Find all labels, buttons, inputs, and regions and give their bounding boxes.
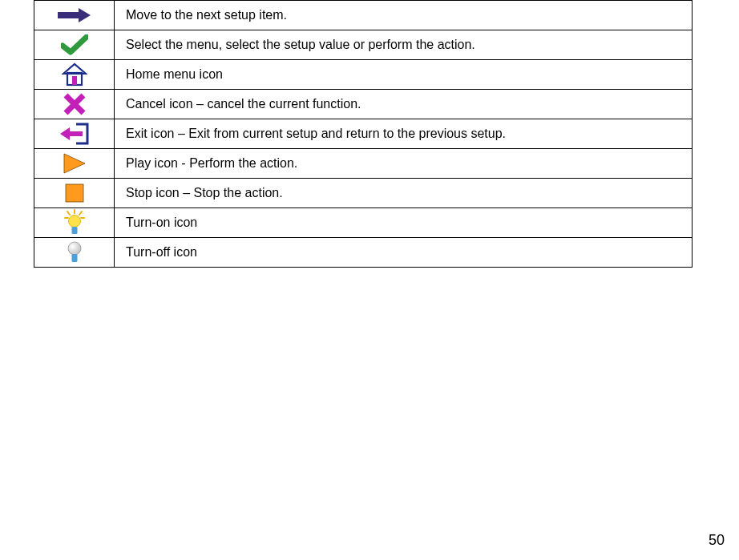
description-cell: Turn-off icon: [115, 238, 693, 268]
svg-marker-8: [64, 154, 85, 173]
cancel-x-icon: [34, 93, 114, 115]
description-cell: Home menu icon: [115, 60, 693, 90]
svg-point-17: [68, 242, 81, 255]
description-cell: Select the menu, select the setup value …: [115, 30, 693, 60]
icon-cell: [34, 1, 115, 30]
icon-cell: [34, 60, 115, 90]
table-row: Play icon - Perform the action.: [34, 149, 693, 179]
icon-cell: [34, 179, 115, 208]
description-cell: Exit icon – Exit from current setup and …: [115, 119, 693, 149]
table-row: Cancel icon – cancel the current functio…: [34, 90, 693, 119]
table-row: Move to the next setup item.: [34, 1, 693, 30]
turn-on-icon: [34, 209, 114, 236]
table-row: Turn-on icon: [34, 208, 693, 238]
check-icon: [34, 34, 114, 55]
description-cell: Cancel icon – cancel the current functio…: [115, 90, 693, 119]
next-arrow-icon: [34, 7, 114, 23]
table-row: Exit icon – Exit from current setup and …: [34, 119, 693, 149]
icon-legend-table: Move to the next setup item. Select the …: [34, 0, 693, 268]
svg-line-12: [79, 212, 82, 215]
play-icon: [34, 152, 114, 175]
page-number: 50: [709, 532, 725, 549]
icon-cell: [34, 149, 115, 179]
svg-point-15: [68, 216, 80, 228]
icon-cell: [34, 90, 115, 119]
svg-rect-16: [71, 227, 77, 234]
description-cell: Play icon - Perform the action.: [115, 149, 693, 179]
icon-cell: [34, 30, 115, 60]
stop-icon: [34, 183, 114, 203]
description-cell: Move to the next setup item.: [115, 1, 693, 30]
description-cell: Turn-on icon: [115, 208, 693, 238]
table-row: Select the menu, select the setup value …: [34, 30, 693, 60]
svg-marker-0: [58, 8, 91, 22]
svg-line-11: [67, 212, 70, 215]
svg-marker-7: [60, 127, 70, 140]
exit-icon: [34, 122, 114, 146]
svg-rect-3: [72, 76, 77, 85]
turn-off-icon: [34, 240, 114, 264]
home-icon: [34, 62, 114, 87]
table-row: Home menu icon: [34, 60, 693, 90]
table-row: Turn-off icon: [34, 238, 693, 268]
icon-cell: [34, 119, 115, 149]
table-row: Stop icon – Stop the action.: [34, 179, 693, 208]
icon-cell: [34, 238, 115, 268]
icon-cell: [34, 208, 115, 238]
svg-rect-9: [66, 184, 83, 202]
description-cell: Stop icon – Stop the action.: [115, 179, 693, 208]
svg-rect-18: [71, 254, 77, 262]
